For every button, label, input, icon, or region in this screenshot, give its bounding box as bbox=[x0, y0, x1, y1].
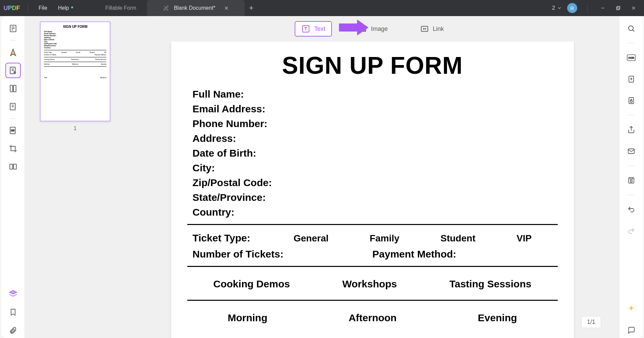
bookmark-button[interactable] bbox=[5, 304, 21, 320]
field-list: Full Name: Email Address: Phone Number: … bbox=[187, 89, 558, 218]
svg-rect-14 bbox=[13, 85, 16, 92]
redact-tool[interactable] bbox=[5, 123, 21, 138]
reader-tool[interactable] bbox=[5, 21, 21, 36]
document-page[interactable]: SIGN UP FORM Full Name: Email Address: P… bbox=[171, 42, 574, 338]
document-area: Text Image Link SIGN UP FORM Full Name: … bbox=[126, 16, 619, 338]
field-zip: Zip/Postal Code: bbox=[193, 177, 558, 188]
svg-rect-38 bbox=[630, 178, 633, 179]
layers-button[interactable] bbox=[5, 286, 21, 302]
convert-button[interactable] bbox=[624, 71, 639, 87]
app-logo: UPDF bbox=[0, 5, 23, 12]
avatar[interactable]: R bbox=[567, 3, 577, 13]
form-tool[interactable] bbox=[5, 99, 21, 114]
time-morning: Morning bbox=[228, 312, 267, 324]
chat-button[interactable] bbox=[624, 323, 639, 338]
thumbnail-page-number: 1 bbox=[74, 125, 77, 131]
menu-file[interactable]: File bbox=[33, 5, 53, 11]
page-thumbnail[interactable]: SIGN UP FORM Full Name: Email Address: P… bbox=[40, 21, 110, 121]
undo-button[interactable] bbox=[624, 202, 639, 217]
session-workshops: Workshops bbox=[342, 278, 397, 290]
undo-icon bbox=[627, 206, 635, 214]
main-area: SIGN UP FORM Full Name: Email Address: P… bbox=[1, 16, 643, 338]
payment-label: Payment Method: bbox=[373, 248, 552, 260]
times-row: Morning Afternoon Evening bbox=[187, 308, 558, 328]
field-dob: Date of Birth: bbox=[193, 148, 558, 159]
close-button[interactable] bbox=[629, 3, 639, 13]
text-tool-button[interactable]: Text bbox=[295, 21, 332, 37]
notification-count[interactable]: 2 bbox=[552, 5, 562, 11]
thumb-title: SIGN UP FORM bbox=[44, 25, 106, 29]
paperclip-icon bbox=[9, 326, 17, 334]
save-button[interactable] bbox=[624, 173, 639, 188]
pages-icon bbox=[9, 84, 17, 93]
divider bbox=[187, 224, 558, 225]
thumb-text: VIP bbox=[104, 52, 106, 53]
lock-page-icon bbox=[627, 97, 635, 105]
option-family: Family bbox=[369, 233, 399, 244]
title-bar: UPDF File Help Fillable Form Blank Docum… bbox=[0, 0, 644, 16]
crop-icon bbox=[9, 144, 17, 153]
thumb-text: Signature bbox=[100, 77, 106, 78]
thumb-text: Student bbox=[90, 52, 95, 53]
page-indicator: 1/1 bbox=[581, 316, 601, 328]
edit-page-icon bbox=[9, 66, 17, 75]
add-tab-button[interactable]: + bbox=[245, 0, 258, 16]
tool-label: Text bbox=[314, 25, 325, 33]
tab-blank-document[interactable]: Blank Document* ✕ bbox=[147, 0, 245, 16]
page-scroll[interactable]: SIGN UP FORM Full Name: Email Address: P… bbox=[126, 42, 619, 338]
share-button[interactable] bbox=[624, 122, 639, 137]
search-button[interactable] bbox=[624, 21, 639, 36]
redact-icon bbox=[9, 126, 17, 135]
thumb-text: Date bbox=[44, 77, 47, 78]
thumb-text: Number of Tickets: bbox=[44, 54, 57, 56]
attachment-button[interactable] bbox=[5, 323, 21, 338]
tab-label: Fillable Form bbox=[105, 5, 136, 11]
svg-rect-19 bbox=[11, 130, 14, 131]
tab-bar: Fillable Form Blank Document* ✕ + bbox=[95, 0, 552, 16]
minimize-button[interactable] bbox=[598, 3, 608, 13]
svg-text:OCR: OCR bbox=[628, 56, 634, 59]
compare-tool[interactable] bbox=[5, 159, 21, 174]
divider bbox=[187, 266, 558, 267]
thumb-field: Country: bbox=[44, 47, 106, 49]
protect-button[interactable] bbox=[624, 93, 639, 108]
tab-fillable-form[interactable]: Fillable Form bbox=[95, 0, 147, 16]
time-afternoon: Afternoon bbox=[349, 312, 397, 324]
thumb-text: Workshops bbox=[71, 59, 79, 60]
menu-help[interactable]: Help bbox=[53, 5, 75, 11]
ticket-type-label: Ticket Type: bbox=[193, 232, 273, 244]
svg-line-28 bbox=[633, 30, 634, 32]
redo-button[interactable] bbox=[624, 223, 639, 239]
field-country: Country: bbox=[193, 207, 558, 218]
organize-tool[interactable] bbox=[5, 81, 21, 96]
email-button[interactable] bbox=[624, 144, 639, 159]
ai-button[interactable] bbox=[624, 301, 639, 317]
minimize-icon bbox=[600, 6, 605, 10]
maximize-button[interactable] bbox=[613, 3, 623, 13]
field-city: City: bbox=[193, 162, 558, 174]
separator bbox=[10, 118, 16, 119]
link-tool-button[interactable]: Link bbox=[414, 22, 450, 36]
field-full-name: Full Name: bbox=[193, 89, 558, 100]
ocr-button[interactable]: OCR bbox=[624, 50, 639, 65]
comment-tool[interactable] bbox=[5, 45, 21, 60]
num-tickets-label: Number of Tickets: bbox=[193, 248, 373, 260]
svg-rect-21 bbox=[13, 164, 16, 169]
ticket-type-row: Ticket Type: General Family Student VIP bbox=[187, 232, 558, 244]
option-vip: VIP bbox=[516, 233, 532, 244]
maximize-icon bbox=[616, 6, 621, 10]
close-tab-icon[interactable]: ✕ bbox=[224, 5, 229, 11]
page-icon bbox=[9, 24, 17, 33]
separator bbox=[10, 40, 16, 41]
search-icon bbox=[627, 24, 635, 33]
thumbnail-panel: SIGN UP FORM Full Name: Email Address: P… bbox=[25, 16, 126, 338]
crop-tool[interactable] bbox=[5, 141, 21, 156]
text-icon bbox=[301, 24, 310, 33]
callout-arrow-icon bbox=[339, 23, 357, 32]
separator bbox=[587, 5, 588, 11]
edit-tool[interactable] bbox=[5, 63, 21, 78]
ocr-icon: OCR bbox=[627, 54, 636, 61]
convert-icon bbox=[627, 75, 635, 83]
svg-rect-33 bbox=[630, 101, 632, 102]
field-state: State/Province: bbox=[193, 192, 558, 203]
